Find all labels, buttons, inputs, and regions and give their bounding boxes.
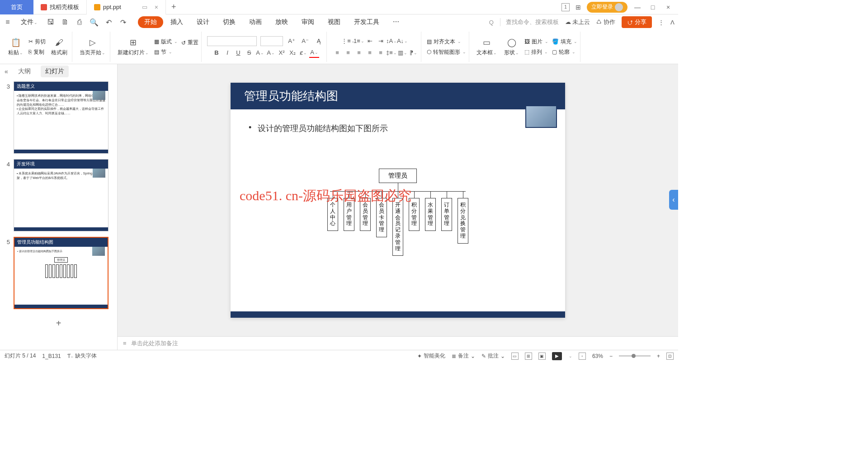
collapse-panel-icon[interactable]: « — [5, 68, 8, 75]
zoom-level[interactable]: 63% — [592, 353, 603, 359]
decrease-indent-button[interactable]: ⇤ — [365, 36, 375, 46]
arrange-button[interactable]: ⬚排列⌄ — [524, 48, 548, 56]
new-slide-button[interactable]: ⊞ 新建幻灯片⌄ — [116, 37, 151, 56]
align-center-button[interactable]: ≡ — [343, 48, 353, 58]
notes-pane[interactable]: ≡ 单击此处添加备注 — [118, 336, 678, 350]
zoom-out-button[interactable]: − — [609, 353, 613, 359]
notes-toggle-icon[interactable]: ≡ — [123, 340, 127, 347]
fit-page-icon[interactable]: ⊡ — [666, 353, 674, 360]
share-button[interactable]: ⮍ 分享 — [622, 16, 652, 28]
slides-tab[interactable]: 幻灯片 — [41, 66, 69, 77]
outline-tab[interactable]: 大纲 — [14, 66, 35, 77]
numbering-button[interactable]: 1≡⌄ — [354, 36, 364, 46]
subscript-button[interactable]: X₂ — [288, 48, 297, 58]
reading-view-icon[interactable]: ▣ — [538, 353, 546, 360]
strikethrough-button[interactable]: S — [244, 48, 254, 58]
slideshow-button[interactable]: ▶ — [552, 352, 562, 360]
align-right-button[interactable]: ≡ — [354, 48, 364, 58]
thumbnail[interactable]: 选题意义 • 随着互联网技术的快速发展，网络时代的到来，网络信息也将会改变当今社… — [14, 81, 108, 154]
save-icon[interactable]: 🖫 — [47, 18, 55, 26]
textbox-button[interactable]: ▭ 文本框⌄ — [475, 37, 499, 56]
beautify-button[interactable]: ✦ 智能美化 — [417, 352, 445, 360]
tab-transition[interactable]: 切换 — [217, 16, 242, 28]
increase-indent-button[interactable]: ⇥ — [376, 36, 386, 46]
tab-insert[interactable]: 插入 — [164, 16, 189, 28]
sort-button[interactable]: A↓⌄ — [397, 36, 407, 46]
more-icon[interactable]: ⋮ — [658, 19, 664, 26]
window-layout-icon[interactable]: 1 — [561, 3, 570, 11]
superscript-button[interactable]: X² — [277, 48, 287, 58]
layout-button[interactable]: ▦版式⌄ — [154, 38, 178, 46]
outline-button[interactable]: ▢轮廓⌄ — [552, 48, 576, 56]
format-painter-button[interactable]: 🖌 格式刷 — [49, 37, 69, 56]
normal-view-icon[interactable]: ▭ — [511, 353, 519, 360]
align-left-button[interactable]: ≡ — [332, 48, 342, 58]
org-root[interactable]: 管理员 — [379, 169, 417, 183]
italic-button[interactable]: I — [222, 48, 232, 58]
add-slide-button[interactable]: + — [4, 315, 113, 332]
distribute-button[interactable]: ≡ — [376, 48, 386, 58]
org-leaf[interactable]: 开通会员记录管理 — [392, 198, 403, 256]
org-chart[interactable]: 管理员 个人中心用户管理会员管理会员卡管理开通会员记录管理积分管理水果管理订单管… — [327, 169, 468, 256]
shape-button[interactable]: ◯ 形状⌄ — [502, 37, 521, 56]
section-button[interactable]: ▤节⌄ — [154, 48, 172, 56]
line-spacing-button[interactable]: ‡≡⌄ — [387, 48, 396, 58]
comments-toggle[interactable]: ✎ 批注 ⌄ — [481, 352, 505, 360]
paragraph-spacing-button[interactable]: ⁋⌄ — [408, 48, 418, 58]
thumbnail-item[interactable]: 3 选题意义 • 随着互联网技术的快速发展，网络时代的到来，网络信息也将会改变当… — [4, 81, 113, 154]
copy-button[interactable]: ⎘复制 — [28, 48, 44, 56]
font-family-select[interactable] — [207, 36, 257, 46]
fit-window-icon[interactable]: ▫ — [579, 353, 586, 360]
font-effect-button[interactable]: A⌄ — [266, 48, 276, 58]
tab-developer[interactable]: 开发工具 — [348, 16, 386, 28]
fill-button[interactable]: 🪣填充⌄ — [552, 38, 577, 46]
paste-button[interactable]: 📋 粘贴⌄ — [6, 37, 25, 56]
tab-start[interactable]: 开始 — [138, 16, 163, 28]
tab-animation[interactable]: 动画 — [243, 16, 268, 28]
justify-button[interactable]: ≡ — [365, 48, 375, 58]
org-leaf[interactable]: 积分兑换管理 — [458, 198, 468, 244]
increase-font-icon[interactable]: A⁺ — [287, 36, 297, 46]
search-input[interactable]: 查找命令、搜索模板 — [500, 18, 559, 26]
thumbnail-selected[interactable]: 管理员功能结构图 • 设计的管理员功能结构图如下图所示管理员 — [14, 237, 108, 309]
tab-template-search[interactable]: 找稻壳模板 — [33, 0, 87, 14]
text-direction-button[interactable]: ↕A⌄ — [387, 36, 396, 46]
notes-placeholder[interactable]: 单击此处添加备注 — [131, 339, 178, 348]
tab-more[interactable]: ⋯ — [387, 16, 406, 28]
side-drawer-toggle[interactable]: ‹ — [669, 190, 678, 210]
redo-icon[interactable]: ↷ — [119, 18, 127, 26]
notes-toggle[interactable]: ≣ 备注 ⌄ — [452, 352, 475, 360]
slide-bullet[interactable]: 设计的管理员功能结构图如下图所示 — [249, 123, 547, 134]
decrease-font-icon[interactable]: A⁻ — [300, 36, 310, 46]
minimize-button[interactable]: — — [632, 2, 643, 13]
change-case-button[interactable]: ȼ⌄ — [298, 48, 308, 58]
slide-decoration-image[interactable] — [525, 105, 557, 128]
sorter-view-icon[interactable]: ⊞ — [525, 353, 532, 360]
columns-button[interactable]: ▥⌄ — [397, 48, 407, 58]
highlight-button[interactable]: A⌄ — [255, 48, 265, 58]
slide-title[interactable]: 管理员功能结构图 — [231, 83, 565, 109]
undo-icon[interactable]: ↶ — [104, 18, 113, 26]
save-as-icon[interactable]: 🗎 — [61, 18, 69, 26]
file-menu[interactable]: 文件⌄ — [18, 18, 40, 26]
print-icon[interactable]: ⎙ — [75, 18, 84, 26]
collab-button[interactable]: ♺ 协作 — [596, 18, 615, 26]
bullets-button[interactable]: ⋮≡⌄ — [343, 36, 353, 46]
tab-review[interactable]: 审阅 — [295, 16, 321, 28]
reset-button[interactable]: ↺重置 — [181, 39, 198, 47]
missing-font-warning[interactable]: Ƭ₋ 缺失字体 — [67, 352, 97, 360]
picture-button[interactable]: 🖼图片⌄ — [524, 38, 548, 46]
login-button[interactable]: 立即登录 — [587, 2, 627, 13]
slide-canvas[interactable]: 管理员功能结构图 设计的管理员功能结构图如下图所示 管理员 个人中心用户管理会员… — [231, 83, 565, 318]
tab-view[interactable]: 视图 — [321, 16, 347, 28]
org-leaf[interactable]: 订单管理 — [441, 198, 452, 231]
collapse-ribbon-icon[interactable]: ᐱ — [670, 19, 675, 26]
cloud-status[interactable]: ☁ 未上云 — [565, 18, 590, 26]
new-tab-button[interactable]: + — [166, 2, 182, 12]
maximize-button[interactable]: □ — [647, 2, 658, 13]
close-icon[interactable]: × — [155, 4, 158, 11]
align-text-button[interactable]: ▤对齐文本⌄ — [427, 38, 461, 46]
print-preview-icon[interactable]: 🔍 — [90, 18, 98, 26]
zoom-in-button[interactable]: + — [657, 353, 660, 359]
tab-slideshow[interactable]: 放映 — [269, 16, 294, 28]
